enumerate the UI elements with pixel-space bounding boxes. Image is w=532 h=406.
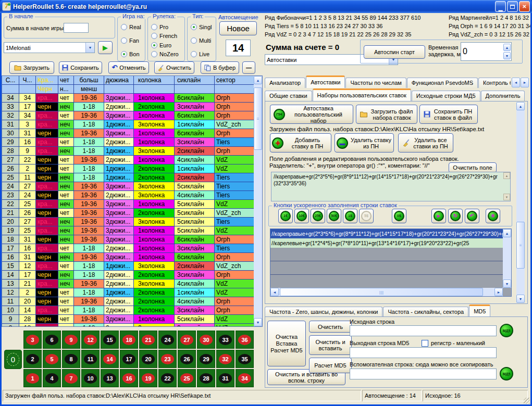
table-row[interactable]: 2916кра...чет1-182дюжи...1колонка3сиклай…	[2, 138, 262, 147]
tab-Общие ставки[interactable]: Общие ставки	[265, 91, 312, 101]
bets-list[interactable]: //кареправые+gr(2*3*5*6)+gr(8*9*11*12)+g…	[270, 229, 512, 297]
clear-button[interactable]: Очистить	[154, 61, 194, 74]
autobet-user-set-button[interactable]: ПН Автоставка пользовательский набор	[270, 105, 353, 124]
autoshift-new-button[interactable]: Новое	[219, 21, 257, 35]
board-cell-12[interactable]: 12	[81, 331, 100, 349]
field-scroll-down-icon[interactable]: ▼	[503, 194, 510, 200]
md5-big-button[interactable]: Очистка Вставка Расчет MD5	[267, 321, 306, 366]
tab-scroll-right-icon[interactable]: ►	[521, 78, 529, 87]
col-low[interactable]: менш	[74, 85, 104, 94]
table-row[interactable]: 2126чернчет19-363дюжи...2колонка5сиклайн…	[2, 209, 262, 218]
md5-copy-button[interactable]: МД5	[500, 367, 513, 380]
radio-option-Live[interactable]: Live	[191, 50, 215, 58]
save-bets-file-button[interactable]: Сохранить ПН ставок в файл	[419, 105, 478, 124]
close-button[interactable]: ✕	[519, 1, 530, 12]
scroll-down-icon[interactable]: ▼	[516, 295, 525, 303]
chip-button-50€[interactable]: 50€	[327, 209, 341, 223]
board-cell-23[interactable]: 23	[158, 350, 177, 368]
scroll-right-icon[interactable]: ►	[494, 288, 503, 296]
board-cell-36[interactable]: 36	[236, 331, 254, 349]
table-row[interactable]: 2225кра...неч19-363дюжи...1колонка5сикла…	[2, 200, 262, 209]
radio-icon-Singl[interactable]	[191, 24, 197, 30]
board-cell-5[interactable]: 5	[43, 350, 61, 368]
scroll-left-icon[interactable]: ◄	[270, 288, 279, 296]
board-cell-1[interactable]: 1	[23, 369, 42, 387]
scroll-down-icon[interactable]: ▼	[254, 318, 262, 326]
maximize-button[interactable]	[507, 1, 518, 12]
table-row[interactable]: 3234кра...чет19-363дюжи...1колонка6сикла…	[2, 111, 262, 120]
col-number[interactable]: Ч...	[19, 76, 36, 85]
autospin-start-button[interactable]: Автоспин старт	[364, 45, 425, 59]
scroll-down-icon[interactable]: ▼	[503, 280, 511, 288]
table-row[interactable]: 1321кра...неч19-362дюжи...3колонка4сикла…	[2, 280, 262, 288]
spin-up-icon[interactable]: ▲	[503, 44, 511, 51]
radio-option-Pro[interactable]: Pro	[151, 23, 183, 31]
tab-Автоставки[interactable]: Автоставки	[306, 75, 345, 88]
clear-field-button[interactable]: Очистить поле	[449, 162, 497, 173]
radio-icon-Multi[interactable]	[191, 37, 197, 44]
col-sector[interactable]: сектор	[215, 76, 254, 85]
board-cell-30[interactable]: 30	[197, 331, 215, 349]
bets-list-hscroll[interactable]: ◄ |||| ►	[270, 288, 503, 296]
bets-list-row[interactable]: //кареправые+gr(2*3*5*6)+gr(8*9*11*12)+g…	[270, 229, 511, 238]
board-cell-32[interactable]: 32	[216, 350, 234, 368]
board-cell-16[interactable]: 16	[120, 369, 138, 387]
board-cell-33[interactable]: 33	[216, 331, 234, 349]
radio-option-Euro[interactable]: Euro	[151, 42, 183, 49]
table-scrollbar[interactable]: ▲ ≡ ▼	[254, 76, 262, 326]
board-cell-9[interactable]: 9	[62, 331, 80, 349]
radio-option-Fan[interactable]: Fan	[121, 37, 144, 44]
spin-down-icon[interactable]: ▼	[503, 52, 511, 59]
table-row[interactable]: 1631черннеч19-363дюжи...1колонка6сиклайн…	[2, 253, 262, 262]
tab-Исходные строки МД5[interactable]: Исходные строки МД5	[412, 91, 480, 101]
tab-Дополнитель[interactable]: Дополнитель	[481, 91, 525, 101]
save-button[interactable]: Сохранить	[59, 61, 102, 74]
load-bets-file-button[interactable]: Загрузить файл набора ставок	[356, 105, 417, 124]
table-row[interactable]: 818кра...чет1-182дюжи...3колонка3сиклайн…	[2, 324, 262, 326]
chip-button-0$[interactable]: 0$	[392, 209, 406, 223]
tab-Функционал PsevdoMS[interactable]: Функционал PsevdoMS	[407, 78, 478, 88]
md5-run-button[interactable]: МД5	[500, 324, 513, 337]
board-cell-29[interactable]: 29	[197, 350, 215, 368]
table-row[interactable]: 1716кра...чет1-182дюжи...1колонка3сиклай…	[2, 244, 262, 253]
col-column[interactable]: колонка	[134, 76, 175, 85]
table-row[interactable]: 1417черннеч1-182дюжи...2колонка3сиклайнO…	[2, 271, 262, 280]
radio-option-Bon[interactable]: Bon	[121, 50, 144, 58]
md5-src-input[interactable]	[350, 325, 497, 336]
radio-option-NoZero[interactable]: NoZero	[151, 50, 183, 58]
radio-icon-Pro[interactable]	[151, 24, 157, 30]
board-cell-28[interactable]: 28	[197, 369, 215, 387]
board-cell-24[interactable]: 24	[158, 331, 177, 349]
radio-icon-Bon[interactable]	[121, 51, 127, 57]
radio-icon-Fan[interactable]	[121, 37, 127, 44]
tab-Частоты по числам[interactable]: Частоты по числам	[345, 78, 406, 88]
chevron-down-icon[interactable]: ▼	[85, 43, 94, 53]
board-cell-17[interactable]: 17	[120, 350, 138, 368]
tab-scroll-left-icon[interactable]: ◄	[512, 78, 520, 87]
table-row[interactable]: 2511черннеч1-181дюжи...2колонка2сиклайнT…	[2, 173, 262, 182]
col-black[interactable]: Черн	[36, 85, 58, 94]
bets-list-vscroll[interactable]: ▲ ▼	[503, 229, 511, 288]
board-cell-35[interactable]: 35	[236, 350, 254, 368]
tab-Наборы пользовательских ставок[interactable]: Наборы пользовательских ставок	[313, 88, 411, 101]
board-cell-22[interactable]: 22	[158, 369, 177, 387]
table-row[interactable]: 3434кра...чет19-363дюжи...1колонка6сикла…	[2, 94, 262, 103]
chip-button-1€[interactable]: 1€	[278, 209, 293, 223]
bets-edit-field[interactable]: //кареправые+gr(2*3*5*6)+gr(8*9*11*12)+g…	[271, 172, 511, 201]
table-scrollbar-thumb[interactable]: ≡	[254, 87, 262, 150]
copy-to-buffer-button[interactable]: В буфер	[201, 61, 239, 74]
bets-list-hthumb[interactable]: ||||	[280, 288, 483, 296]
chip-button-1$[interactable]: 1$	[343, 209, 357, 223]
delete-all-bets-button[interactable]: Удалить все ставки из ПН	[398, 133, 453, 153]
register-checkbox[interactable]	[422, 340, 428, 347]
board-cell-14[interactable]: 14	[101, 350, 119, 368]
md5-clear-button[interactable]: Очистить	[309, 321, 352, 333]
table-row[interactable]: 3317черннеч1-182дюжи...2колонка3сиклайнO…	[2, 103, 262, 111]
board-cell-20[interactable]: 20	[139, 350, 157, 368]
scroll-up-icon[interactable]: ▲	[254, 76, 262, 84]
board-cell-18[interactable]: 18	[120, 331, 138, 349]
board-cell-10[interactable]: 10	[81, 369, 100, 387]
table-row[interactable]: 1831черннеч19-363дюжи...1колонка6сиклайн…	[2, 235, 262, 244]
panel-scrollbar-thumb[interactable]: ≡	[516, 222, 525, 269]
table-row[interactable]: 2324чернчет19-362дюжи...3колонка4сиклайн…	[2, 191, 262, 200]
